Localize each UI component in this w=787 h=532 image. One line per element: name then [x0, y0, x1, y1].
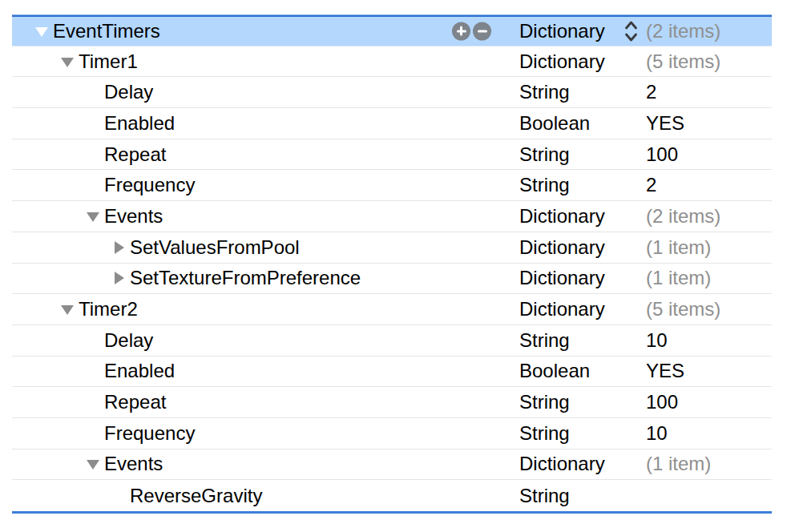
indent-spacer: [12, 433, 85, 433]
disclosure-expanded-icon[interactable]: [34, 26, 53, 37]
row-type[interactable]: String: [519, 174, 570, 196]
indent-spacer: [12, 123, 85, 123]
indent-spacer: [12, 278, 111, 279]
row-key[interactable]: Events: [104, 205, 163, 228]
indent-spacer: [12, 371, 85, 372]
plist-row[interactable]: EnabledBooleanYES: [12, 357, 772, 388]
row-key[interactable]: Delay: [104, 81, 153, 103]
row-key[interactable]: SetValuesFromPool: [130, 236, 300, 259]
row-key[interactable]: Repeat: [104, 391, 166, 413]
row-key[interactable]: Events: [104, 453, 163, 475]
row-value[interactable]: YES: [646, 360, 684, 382]
row-type[interactable]: Dictionary: [519, 50, 605, 73]
row-value[interactable]: (5 items): [646, 50, 720, 73]
indent-spacer: [12, 30, 34, 31]
row-type[interactable]: String: [519, 391, 570, 413]
plist-row[interactable]: RepeatString100: [12, 387, 772, 418]
row-value[interactable]: (1 item): [646, 236, 711, 259]
row-key[interactable]: Frequency: [104, 422, 195, 445]
plist-row[interactable]: SetValuesFromPoolDictionary(1 item): [12, 232, 772, 264]
add-item-button[interactable]: [452, 22, 470, 40]
triangle-icon: [87, 212, 99, 222]
row-type[interactable]: Dictionary: [519, 298, 605, 320]
plist-row[interactable]: ReverseGravityString: [12, 480, 772, 511]
indent-spacer: [12, 247, 111, 248]
row-key[interactable]: Timer2: [79, 298, 138, 320]
disclosure-collapsed-icon[interactable]: [111, 241, 130, 254]
plist-table: EventTimersDictionary(2 items)Timer1Dict…: [12, 15, 772, 514]
row-value[interactable]: 2: [646, 81, 656, 103]
row-key[interactable]: Frequency: [104, 174, 195, 196]
disclosure-expanded-icon[interactable]: [59, 304, 79, 315]
plist-row[interactable]: DelayString10: [12, 325, 772, 357]
row-type[interactable]: Dictionary: [519, 205, 605, 228]
row-value[interactable]: 100: [646, 391, 678, 413]
remove-item-button[interactable]: [473, 22, 491, 40]
type-stepper-icon[interactable]: [624, 19, 638, 42]
row-type[interactable]: String: [519, 422, 570, 445]
row-type[interactable]: Dictionary: [519, 236, 605, 259]
disclosure-expanded-icon[interactable]: [59, 56, 79, 67]
row-type[interactable]: String: [519, 329, 570, 352]
triangle-icon: [115, 272, 124, 284]
indent-spacer: [12, 309, 59, 310]
row-type[interactable]: String: [519, 81, 570, 103]
plist-row[interactable]: Timer1Dictionary(5 items): [12, 46, 772, 78]
row-value[interactable]: 10: [646, 422, 668, 445]
row-value[interactable]: 2: [646, 174, 656, 196]
triangle-icon: [87, 460, 99, 470]
row-type[interactable]: String: [519, 143, 570, 166]
row-key[interactable]: EventTimers: [53, 20, 160, 42]
indent-spacer: [12, 464, 85, 465]
triangle-icon: [115, 241, 124, 254]
row-key[interactable]: Enabled: [104, 360, 175, 382]
row-key[interactable]: Repeat: [104, 143, 166, 166]
disclosure-expanded-icon[interactable]: [85, 211, 104, 222]
row-value[interactable]: 100: [646, 143, 678, 166]
indent-spacer: [12, 402, 85, 403]
row-key[interactable]: ReverseGravity: [130, 485, 262, 507]
row-value[interactable]: (5 items): [646, 298, 720, 320]
triangle-icon: [61, 305, 74, 315]
row-key[interactable]: Timer1: [79, 50, 138, 73]
row-type[interactable]: Boolean: [519, 112, 590, 135]
plist-row[interactable]: EventsDictionary(2 items): [12, 201, 772, 232]
row-type[interactable]: Dictionary: [519, 453, 605, 475]
plist-row[interactable]: FrequencyString10: [12, 418, 772, 449]
row-value[interactable]: YES: [646, 112, 684, 135]
triangle-icon: [61, 58, 74, 67]
triangle-icon: [35, 27, 48, 37]
row-value[interactable]: (1 item): [646, 453, 711, 475]
row-value[interactable]: (2 items): [646, 205, 720, 228]
plist-row[interactable]: EventTimersDictionary(2 items): [12, 15, 772, 46]
plist-row[interactable]: DelayString2: [12, 77, 772, 108]
plist-row[interactable]: SetTextureFromPreferenceDictionary(1 ite…: [12, 264, 772, 295]
indent-spacer: [12, 154, 85, 155]
row-key[interactable]: Delay: [104, 329, 153, 352]
disclosure-collapsed-icon[interactable]: [111, 272, 130, 284]
indent-spacer: [12, 340, 85, 341]
row-value[interactable]: (1 item): [646, 267, 711, 289]
indent-spacer: [12, 61, 59, 62]
plist-row[interactable]: RepeatString100: [12, 139, 772, 171]
row-type[interactable]: Boolean: [519, 360, 590, 382]
indent-spacer: [12, 216, 85, 216]
row-type[interactable]: Dictionary: [519, 267, 605, 289]
plist-row[interactable]: Timer2Dictionary(5 items): [12, 294, 772, 325]
row-value[interactable]: 10: [646, 329, 668, 352]
row-key[interactable]: Enabled: [104, 112, 175, 135]
plist-row[interactable]: EventsDictionary(1 item): [12, 449, 772, 481]
indent-spacer: [12, 185, 85, 186]
disclosure-expanded-icon[interactable]: [85, 458, 104, 470]
row-key[interactable]: SetTextureFromPreference: [130, 267, 361, 289]
indent-spacer: [12, 495, 111, 496]
plist-row[interactable]: EnabledBooleanYES: [12, 108, 772, 139]
row-action-buttons: [452, 22, 491, 40]
row-type[interactable]: String: [519, 485, 570, 507]
row-type[interactable]: Dictionary: [519, 20, 605, 42]
indent-spacer: [12, 92, 85, 93]
plist-row[interactable]: FrequencyString2: [12, 170, 772, 201]
row-value[interactable]: (2 items): [646, 20, 720, 42]
